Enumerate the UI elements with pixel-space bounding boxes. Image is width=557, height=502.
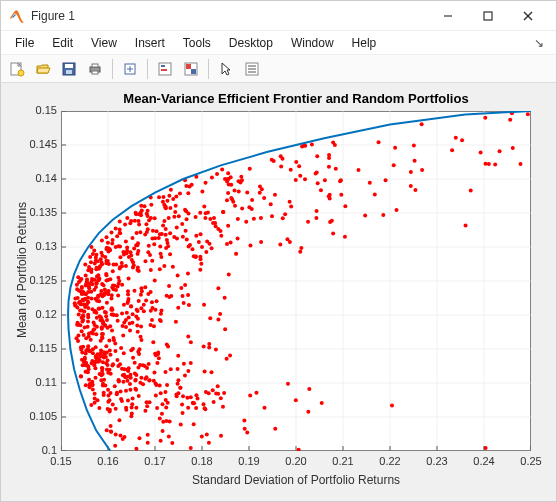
svg-point-953 (158, 245, 162, 249)
svg-rect-7 (65, 64, 73, 68)
svg-point-753 (87, 385, 91, 389)
svg-point-245 (130, 402, 134, 406)
svg-point-465 (139, 204, 143, 208)
svg-point-710 (103, 384, 107, 388)
svg-point-337 (73, 297, 77, 301)
svg-point-792 (314, 172, 318, 176)
svg-point-686 (212, 216, 216, 220)
svg-point-929 (279, 164, 283, 168)
svg-point-712 (84, 292, 88, 296)
svg-point-819 (135, 231, 139, 235)
svg-point-726 (263, 406, 267, 410)
svg-point-373 (175, 225, 179, 229)
svg-point-817 (144, 222, 148, 226)
data-cursor-icon[interactable] (153, 57, 177, 81)
svg-point-659 (120, 311, 124, 315)
svg-point-618 (165, 383, 169, 387)
svg-point-159 (298, 174, 302, 178)
svg-point-383 (138, 436, 142, 440)
svg-point-962 (160, 402, 164, 406)
svg-point-925 (110, 242, 114, 246)
svg-point-151 (144, 299, 148, 303)
svg-point-405 (175, 394, 179, 398)
svg-point-409 (319, 188, 323, 192)
svg-point-395 (239, 175, 243, 179)
brush-icon[interactable] (179, 57, 203, 81)
svg-point-758 (207, 391, 211, 395)
svg-point-503 (134, 388, 138, 392)
svg-point-906 (116, 244, 120, 248)
svg-point-757 (137, 394, 141, 398)
svg-point-854 (227, 272, 231, 276)
svg-point-576 (384, 178, 388, 182)
svg-point-402 (199, 232, 203, 236)
svg-point-662 (320, 401, 324, 405)
menu-insert[interactable]: Insert (127, 34, 173, 52)
svg-point-431 (111, 238, 115, 242)
svg-point-315 (233, 189, 237, 193)
svg-point-303 (120, 283, 124, 287)
svg-point-403 (104, 314, 108, 318)
svg-point-831 (145, 404, 149, 408)
open-icon[interactable] (31, 57, 55, 81)
svg-point-613 (113, 349, 117, 353)
svg-point-168 (216, 384, 220, 388)
menu-desktop[interactable]: Desktop (221, 34, 281, 52)
svg-point-415 (420, 168, 424, 172)
svg-point-118 (289, 168, 293, 172)
svg-point-75 (105, 428, 109, 432)
svg-point-462 (183, 373, 187, 377)
svg-point-735 (110, 363, 114, 367)
svg-point-901 (221, 210, 225, 214)
pointer-icon[interactable] (214, 57, 238, 81)
save-icon[interactable] (57, 57, 81, 81)
matlab-logo-icon (9, 8, 25, 24)
svg-point-951 (196, 397, 200, 401)
menu-window[interactable]: Window (283, 34, 342, 52)
svg-point-784 (116, 364, 120, 368)
svg-point-960 (294, 178, 298, 182)
svg-point-360 (155, 299, 159, 303)
new-figure-icon[interactable] (5, 57, 29, 81)
svg-point-432 (93, 323, 97, 327)
svg-point-774 (330, 219, 334, 223)
svg-point-693 (94, 253, 98, 257)
menu-help[interactable]: Help (344, 34, 385, 52)
x-tick-label: 0.23 (420, 455, 454, 467)
svg-point-229 (174, 194, 178, 198)
svg-point-702 (107, 398, 111, 402)
toolbar-overflow-icon[interactable]: ↘ (528, 34, 550, 52)
menu-view[interactable]: View (83, 34, 125, 52)
print-icon[interactable] (83, 57, 107, 81)
svg-point-711 (125, 311, 129, 315)
svg-point-910 (76, 275, 80, 279)
menu-edit[interactable]: Edit (44, 34, 81, 52)
svg-point-623 (135, 243, 139, 247)
svg-point-263 (105, 318, 109, 322)
svg-point-501 (124, 239, 128, 243)
link-icon[interactable] (118, 57, 142, 81)
svg-point-832 (200, 190, 204, 194)
svg-point-756 (210, 175, 214, 179)
svg-point-595 (135, 324, 139, 328)
x-tick-label: 0.20 (279, 455, 313, 467)
svg-point-518 (81, 363, 85, 367)
menu-file[interactable]: File (7, 34, 42, 52)
menu-tools[interactable]: Tools (175, 34, 219, 52)
svg-point-703 (511, 146, 515, 150)
close-button[interactable] (508, 2, 548, 30)
maximize-button[interactable] (468, 2, 508, 30)
svg-point-531 (212, 400, 216, 404)
svg-point-964 (95, 316, 99, 320)
svg-point-676 (129, 219, 133, 223)
svg-point-103 (180, 222, 184, 226)
svg-point-941 (110, 306, 114, 310)
svg-point-829 (82, 333, 86, 337)
svg-point-323 (127, 277, 131, 281)
svg-point-830 (93, 401, 97, 405)
svg-point-685 (164, 370, 168, 374)
insert-legend-icon[interactable] (240, 57, 264, 81)
minimize-button[interactable] (428, 2, 468, 30)
chart-title: Mean-Variance Efficient Frontier and Ran… (61, 91, 531, 106)
svg-point-505 (167, 434, 171, 438)
